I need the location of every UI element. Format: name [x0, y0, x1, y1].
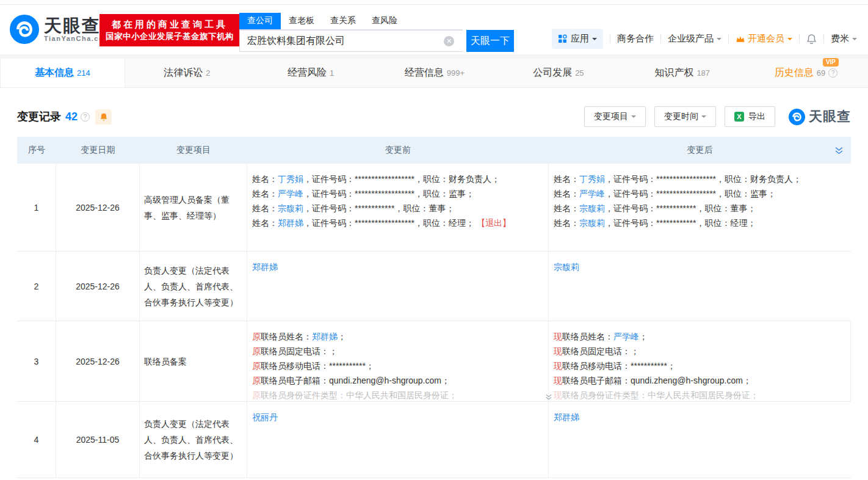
- tab-intellectual-property[interactable]: 知识产权 187: [620, 59, 744, 87]
- person-link[interactable]: 宗馥莉: [579, 203, 605, 213]
- export-button[interactable]: X 导出: [725, 106, 775, 127]
- clear-icon[interactable]: ✕: [444, 36, 454, 46]
- search-tab-relation[interactable]: 查关系: [322, 13, 364, 29]
- table-row: 32025-12-26联络员备案原联络员姓名：郑群娣；原联络员固定电话：；原联络…: [17, 321, 851, 402]
- tab-legal[interactable]: 法律诉讼 2: [125, 59, 249, 87]
- change-text: 姓名：: [252, 189, 278, 198]
- filter-label: 变更项目: [594, 111, 628, 122]
- person-link[interactable]: 郑群娣: [554, 412, 579, 422]
- change-line: 姓名：严学峰，证件号码：******************，职位：监事；: [252, 186, 531, 201]
- person-link[interactable]: 宗馥莉: [278, 203, 303, 213]
- person-link[interactable]: 丁秀娟: [579, 174, 605, 184]
- red-accent-text: 现: [554, 332, 562, 341]
- divider: [610, 34, 610, 43]
- tab-company-development[interactable]: 公司发展 25: [496, 59, 620, 87]
- tianyancha-logo-icon: [10, 15, 39, 44]
- tab-label: 经营风险: [288, 67, 327, 79]
- search-tab-company[interactable]: 查公司: [239, 13, 281, 29]
- nav-item-enterprise[interactable]: 企业级产品: [668, 33, 722, 45]
- change-line: 姓名：丁秀娟，证件号码：******************，职位：财务负责人；: [554, 172, 834, 186]
- search-area: 查公司 查老板 查关系 查风险 ✕ 天眼一下: [239, 13, 514, 52]
- change-line: 原联络员身份证件类型：中华人民共和国居民身份证；: [252, 388, 531, 402]
- search-button[interactable]: 天眼一下: [466, 30, 514, 52]
- change-text: ，证件号码：************，职位：董事；: [605, 203, 756, 213]
- change-text: ，证件号码：******************，职位：监事；: [605, 189, 776, 198]
- search-tab-boss[interactable]: 查老板: [281, 13, 322, 29]
- person-link[interactable]: 严学峰: [613, 332, 639, 341]
- cell-before: 原联络员姓名：郑群娣；原联络员固定电话：；原联络员移动电话：**********…: [247, 321, 549, 401]
- expand-all-icon[interactable]: [834, 146, 844, 157]
- person-link[interactable]: 郑群娣: [252, 262, 278, 272]
- person-link[interactable]: 严学峰: [579, 189, 605, 198]
- vip-badge: VIP: [823, 58, 839, 67]
- change-text: 联络员电子邮箱：qundi.zheng@h-shgroup.com；: [261, 376, 450, 385]
- table-row: 42025-11-05负责人变更（法定代表人、负责人、首席代表、合伙事务执行人等…: [17, 402, 851, 478]
- person-link[interactable]: 严学峰: [278, 189, 303, 198]
- user-menu[interactable]: 费米: [831, 33, 857, 45]
- filter-label: 变更时间: [664, 111, 698, 122]
- tab-count: 69: [817, 68, 825, 78]
- tab-basic-info[interactable]: 基本信息 214: [0, 59, 125, 87]
- tab-count: 25: [575, 68, 584, 78]
- change-line: 郑群娣: [554, 410, 834, 424]
- change-text: 姓名：: [554, 174, 579, 184]
- cell-after: 宗馥莉: [549, 252, 851, 321]
- help-icon[interactable]: ?: [828, 68, 837, 78]
- change-line: 原联络员电子邮箱：qundi.zheng@h-shgroup.com；: [252, 373, 531, 388]
- change-text: ，证件号码：************，职位：经理；: [605, 218, 756, 228]
- nav-item-cooperation[interactable]: 商务合作: [617, 33, 654, 45]
- filter-change-item-button[interactable]: 变更项目: [584, 106, 646, 127]
- expand-row-icon[interactable]: [545, 393, 553, 401]
- person-link[interactable]: 祝丽丹: [252, 412, 278, 422]
- nav-item-membership[interactable]: 开通会员: [736, 33, 792, 45]
- person-link[interactable]: 丁秀娟: [278, 174, 303, 184]
- tab-count: 1: [330, 68, 334, 78]
- person-link[interactable]: 郑群娣: [312, 332, 338, 341]
- cell-before: 姓名：丁秀娟，证件号码：******************，职位：财务负责人；…: [247, 164, 549, 251]
- chevron-down-icon: [852, 38, 857, 43]
- change-text: ，证件号码：******************，职位：经理；: [303, 218, 477, 228]
- main-content: 变更记录 42 ? 变更项目 变更时间 X 导出: [0, 106, 868, 478]
- col-header-after: 变更后: [549, 145, 851, 156]
- change-text: 联络员身份证件类型：中华人民共和国居民身份证；: [562, 390, 759, 400]
- help-icon[interactable]: ?: [81, 112, 90, 122]
- watermark-text: 天眼查: [809, 107, 851, 126]
- search-input[interactable]: [239, 30, 463, 52]
- cell-change-item: 联络员备案: [140, 321, 247, 401]
- bell-icon[interactable]: [806, 34, 817, 45]
- person-link[interactable]: 郑群娣: [278, 218, 303, 228]
- person-link[interactable]: 宗馥莉: [554, 262, 579, 272]
- tab-label: 公司发展: [533, 67, 572, 79]
- filter-change-time-button[interactable]: 变更时间: [654, 106, 716, 127]
- change-line: 姓名：宗馥莉，证件号码：************，职位：董事；: [554, 201, 834, 216]
- change-text: 姓名：: [252, 174, 278, 184]
- tab-operating-info[interactable]: 经营信息 999+: [373, 59, 497, 87]
- search-tab-risk[interactable]: 查风险: [364, 13, 405, 29]
- table-row: 12025-12-26高级管理人员备案（董事、监事、经理等）姓名：丁秀娟，证件号…: [17, 164, 851, 252]
- change-text: 姓名：: [554, 203, 579, 213]
- apps-button[interactable]: 应用: [552, 29, 603, 49]
- top-divider: [0, 0, 868, 5]
- red-accent-text: 现: [554, 346, 562, 356]
- monitor-bell-button[interactable]: [95, 109, 112, 125]
- divider: [823, 34, 824, 43]
- chevron-down-icon: [701, 115, 706, 120]
- site-header: 天眼查 TianYanCha.com 都在用的商业查询工具 国家中小企业发展子基…: [0, 5, 868, 54]
- page-tabbar: 基本信息 214 法律诉讼 2 经营风险 1 经营信息 999+ 公司发展 25…: [0, 59, 868, 88]
- red-accent-text: 原: [252, 376, 261, 385]
- col-header-date: 变更日期: [56, 145, 140, 156]
- col-header-index: 序号: [17, 145, 56, 156]
- change-text: ，证件号码：******************，职位：财务负责人；: [605, 174, 801, 184]
- divider: [660, 34, 661, 43]
- chevron-down-icon: [787, 38, 792, 43]
- tab-operating-risk[interactable]: 经营风险 1: [249, 59, 373, 87]
- person-link[interactable]: 宗馥莉: [579, 218, 605, 228]
- chevron-down-icon: [717, 38, 722, 43]
- tab-history-info[interactable]: VIP 历史信息 69 ?: [744, 59, 868, 87]
- site-logo[interactable]: 天眼查 TianYanCha.com: [10, 15, 110, 44]
- change-line: 姓名：严学峰，证件号码：******************，职位：监事；: [554, 186, 834, 201]
- table-header-row: 序号 变更日期 变更项目 变更前 变更后: [17, 137, 851, 164]
- red-accent-text: 现: [554, 376, 562, 385]
- change-text: 联络员姓名：: [261, 332, 312, 341]
- change-text: 联络员固定电话：；: [261, 346, 338, 356]
